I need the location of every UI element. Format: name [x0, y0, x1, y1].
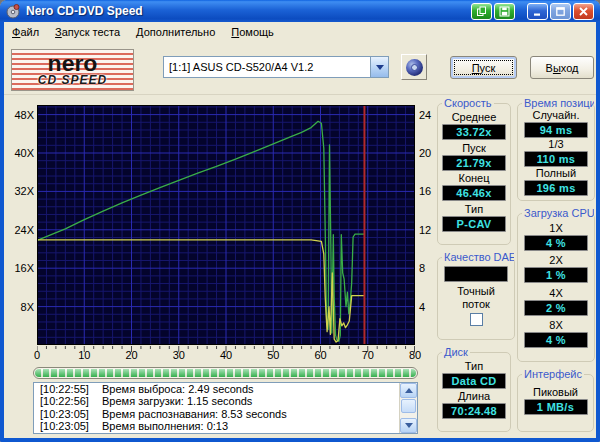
stat-value-speed-type: P-CAV [442, 216, 506, 232]
close-button[interactable] [573, 3, 594, 20]
panel-speed-title: Скорость [442, 97, 494, 109]
x-axis-tick: 50 [258, 349, 288, 361]
window-title: Nero CD-DVD Speed [26, 4, 143, 18]
copy-button[interactable] [471, 3, 492, 20]
minimize-icon [532, 6, 543, 17]
maximize-button[interactable] [550, 3, 571, 20]
accurate-stream-checkbox[interactable] [470, 313, 483, 326]
eject-disc-button[interactable] [401, 54, 427, 80]
stat-label: Длина [458, 390, 490, 403]
app-window: Nero CD-DVD Speed [0, 0, 600, 442]
stat-label: 1X [549, 222, 562, 235]
log-entry: [10:23:05]Время распознавания: 8.53 seco… [34, 408, 417, 420]
scroll-down-button[interactable] [400, 418, 417, 433]
menu-extra[interactable]: Дополнительно [128, 24, 223, 40]
panel-disc-title: Диск [442, 346, 470, 358]
stat-label: 1/3 [548, 138, 563, 151]
stat-value-full-seek: 196 ms [524, 180, 588, 196]
panel-speed: Скорость Среднее33.72x Пуск21.79x Конец4… [437, 97, 511, 245]
log-listbox[interactable]: [10:22:55]Время выброса: 2.49 seconds [1… [33, 382, 418, 434]
arrow-down-icon [405, 423, 413, 432]
x-axis-tick: 40 [211, 349, 241, 361]
scroll-up-button[interactable] [400, 383, 417, 398]
stat-value-disc-type: Data CD [442, 373, 506, 389]
cd-disc-icon [406, 59, 423, 76]
save-button[interactable] [494, 3, 515, 20]
panel-cpu-usage: Загрузка CPU 1X4 % 2X1 % 4X2 % 8X4 % [517, 207, 595, 362]
y-axis-tick-left: 48X [2, 109, 34, 121]
drive-select-value: [1:1] ASUS CD-S520/A4 V1.2 [164, 57, 370, 77]
logo-text-nero: nero [48, 55, 98, 72]
stat-value-cpu-2x: 1 % [524, 267, 588, 283]
titlebar[interactable]: Nero CD-DVD Speed [0, 0, 600, 22]
stat-label: Полный [536, 167, 576, 180]
stat-value-peak-transfer: 1 MB/s [524, 399, 588, 415]
start-button[interactable]: Пуск [450, 56, 517, 79]
y-axis-tick-left: 32X [2, 185, 34, 197]
stat-value-dae-quality [444, 266, 508, 282]
panel-seek-title: Время позиционир. [522, 97, 594, 109]
y-axis-tick-left: 16X [2, 262, 34, 274]
menu-bar: Файл Запуск теста Дополнительно Помощь [4, 22, 596, 42]
minimize-button[interactable] [527, 3, 548, 20]
stat-value-average-speed: 33.72x [442, 124, 506, 140]
nero-logo: nero CD SPEED [11, 49, 134, 91]
stat-value-start-speed: 21.79x [442, 155, 506, 171]
app-icon [5, 3, 21, 19]
exit-button[interactable]: Выход [530, 56, 594, 79]
y-axis-tick-left: 24X [2, 224, 34, 236]
toolbar: nero CD SPEED [1:1] ASUS CD-S520/A4 V1.2… [4, 42, 596, 95]
stat-label: 8X [549, 319, 562, 332]
panel-dae-title: Качество DAE [442, 251, 514, 263]
progress-bar-fill [35, 369, 416, 377]
progress-bar [33, 367, 418, 379]
x-axis-tick: 60 [306, 349, 336, 361]
stat-label: Пуск [462, 142, 486, 155]
y-axis-tick-left: 8X [2, 301, 34, 313]
stat-value-third-seek: 110 ms [524, 151, 588, 167]
log-scrollbar[interactable] [399, 383, 417, 433]
panel-disc: Диск ТипData CD Длина70:24.48 [437, 346, 511, 432]
stat-label: Среднее [452, 111, 497, 124]
stat-label: Конец [458, 172, 489, 185]
stat-label: Тип [465, 360, 483, 373]
x-axis-tick: 0 [22, 349, 52, 361]
x-axis-tick: 10 [69, 349, 99, 361]
speed-chart [37, 105, 415, 352]
stat-label: 4X [549, 287, 562, 300]
menu-run-test[interactable]: Запуск теста [47, 24, 128, 40]
panel-seek-times: Время позиционир. Случайн.94 ms 1/3110 m… [517, 97, 595, 201]
copy-icon [476, 6, 487, 17]
y-axis-tick-left: 40X [2, 147, 34, 159]
stat-label: Пиковый [533, 386, 578, 399]
x-axis-tick: 70 [353, 349, 383, 361]
menu-help[interactable]: Помощь [223, 24, 282, 40]
log-entry: [10:22:56]Время загрузки: 1.15 seconds [34, 395, 417, 407]
x-axis-tick: 30 [164, 349, 194, 361]
x-axis-tick: 80 [400, 349, 430, 361]
combo-dropdown-button[interactable] [370, 57, 388, 77]
arrow-up-icon [405, 384, 413, 393]
close-icon [578, 6, 589, 17]
stat-value-disc-length: 70:24.48 [442, 403, 506, 419]
chevron-down-icon [376, 65, 384, 74]
scroll-thumb[interactable] [401, 399, 416, 413]
x-axis-tick: 20 [117, 349, 147, 361]
log-entry: [10:23:05]Время выполнения: 0:13 [34, 420, 417, 432]
accurate-stream-label: Точный поток [452, 285, 500, 311]
panel-cpu-title: Загрузка CPU [522, 207, 594, 219]
stat-value-cpu-4x: 2 % [524, 300, 588, 316]
log-entry: [10:22:55]Время выброса: 2.49 seconds [34, 383, 417, 395]
panel-interface-title: Интерфейс [522, 368, 584, 380]
stat-value-cpu-8x: 4 % [524, 332, 588, 348]
stat-value-cpu-1x: 4 % [524, 235, 588, 251]
stat-value-end-speed: 46.46x [442, 185, 506, 201]
stat-label: Случайн. [533, 109, 580, 122]
menu-file[interactable]: Файл [4, 24, 47, 40]
stat-label: 2X [549, 254, 562, 267]
stat-value-random-seek: 94 ms [524, 122, 588, 138]
panel-dae-quality: Качество DAE Точный поток [437, 251, 515, 340]
maximize-icon [555, 6, 566, 17]
stat-label: Тип [465, 203, 483, 216]
drive-select-combo[interactable]: [1:1] ASUS CD-S520/A4 V1.2 [163, 56, 389, 78]
